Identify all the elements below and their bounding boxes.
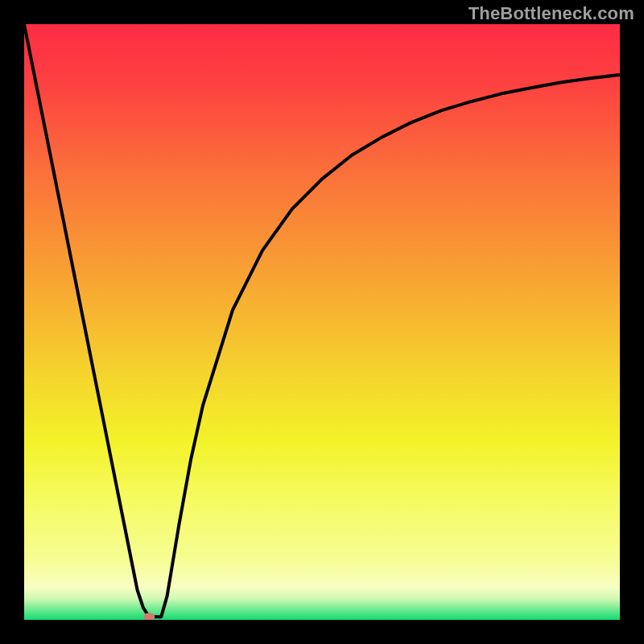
plot-background bbox=[24, 24, 620, 620]
watermark-text: TheBottleneck.com bbox=[469, 3, 634, 24]
chart-stage: TheBottleneck.com bbox=[0, 0, 644, 644]
chart-plot bbox=[24, 24, 620, 620]
